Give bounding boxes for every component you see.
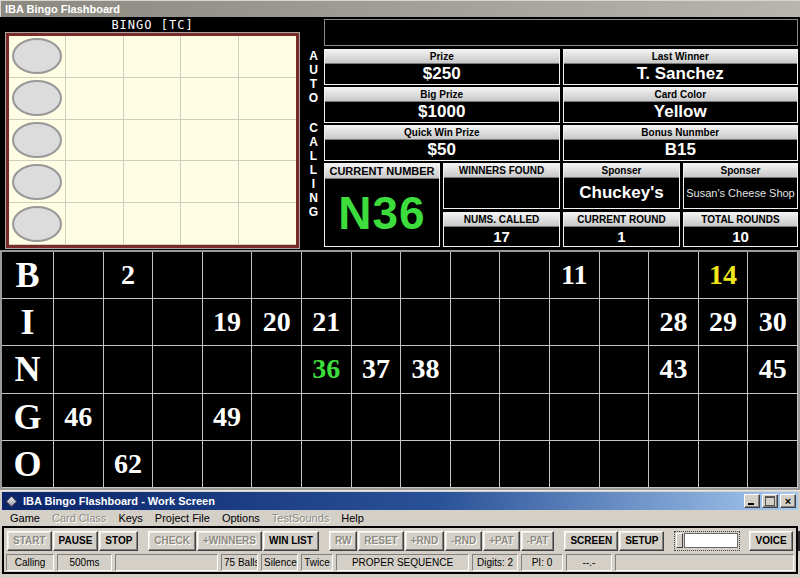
- start-button: START: [7, 531, 52, 551]
- menu-item-help[interactable]: Help: [335, 511, 370, 525]
- win-list-button[interactable]: WIN LIST: [263, 531, 319, 551]
- speed-slider-widget[interactable]: [674, 531, 740, 551]
- flashboard-cell: [252, 252, 302, 299]
- minimize-button[interactable]: [744, 494, 760, 508]
- winners-found-label: WINNERS FOUND: [444, 164, 559, 178]
- flashboard-cell: 62: [104, 441, 154, 488]
- flashboard-cell: [401, 252, 451, 299]
- flashboard-cell: [649, 441, 699, 488]
- menu-item-testsounds: TestSounds: [266, 511, 335, 525]
- stop-button[interactable]: STOP: [99, 531, 138, 551]
- flashboard-letter: B: [2, 252, 54, 299]
- flashboard-letter: I: [2, 299, 54, 346]
- menu-item-options[interactable]: Options: [216, 511, 266, 525]
- dauber-oval: [12, 38, 62, 74]
- card-cell: [9, 78, 66, 120]
- screen-button[interactable]: SCREEN: [564, 531, 618, 551]
- sponsor1-round-stack: Sponser Chuckey's CURRENT ROUND 1: [563, 163, 680, 247]
- flashboard-cell: [302, 252, 352, 299]
- flashboard-cell: [500, 441, 550, 488]
- flashboard-cell: [500, 394, 550, 441]
- message-display-bar: [324, 19, 798, 46]
- flashboard-cell: [104, 299, 154, 346]
- flashboard-cell: [401, 299, 451, 346]
- quick-win-prize-label: Quick Win Prize: [325, 126, 559, 140]
- info-row-1: Prize $250 Last Winner T. Sanchez: [324, 49, 798, 84]
- winners-found-box: WINNERS FOUND: [443, 163, 560, 209]
- flashboard-cell: [401, 394, 451, 441]
- big-prize-label: Big Prize: [325, 88, 559, 102]
- card-cell: [9, 161, 66, 203]
- flashboard-cell: [54, 346, 104, 393]
- quick-win-prize-box: Quick Win Prize $50: [324, 125, 560, 161]
- bonus-number-label: Bonus Nunmber: [564, 126, 798, 140]
- status-bar: Calling500ms75 BallsSilenceTwicePROPER S…: [4, 552, 796, 572]
- flashboard-grid: B21114I192021282930N3637384345G4649O62: [0, 250, 800, 490]
- card-cell: [124, 36, 181, 78]
- total-rounds-box: TOTAL ROUNDS 10: [683, 212, 798, 247]
- flashboard-cell: [500, 346, 550, 393]
- current-round-label: CURRENT ROUND: [564, 213, 679, 227]
- menu-item-project-file[interactable]: Project File: [149, 511, 216, 525]
- menu-item-keys[interactable]: Keys: [112, 511, 148, 525]
- menu-item-game[interactable]: Game: [4, 511, 46, 525]
- card-cell: [181, 120, 238, 162]
- auto-calling-letter: A: [309, 135, 318, 149]
- status-cell: Silence: [261, 554, 298, 571]
- top-section: BINGO [TC] AUTOCALLING Prize $250 Last W…: [0, 17, 800, 250]
- card-cell: [9, 36, 66, 78]
- status-cell: [115, 554, 218, 571]
- flashboard-cell: [352, 299, 402, 346]
- flashboard-cell: 19: [203, 299, 253, 346]
- auto-calling-letter: C: [309, 121, 318, 135]
- current-round-box: CURRENT ROUND 1: [563, 212, 680, 247]
- flashboard-cell: [302, 441, 352, 488]
- bingo-flashboard-screen: IBA Bingo Flashboard BINGO [TC] AUTOCALL…: [0, 0, 800, 578]
- check-button: CHECK: [148, 531, 196, 551]
- flashboard-cell: [600, 346, 650, 393]
- card-cell: [239, 36, 296, 78]
- card-cell: [239, 120, 296, 162]
- sponsor1-box: Sponser Chuckey's: [563, 163, 680, 209]
- last-winner-label: Last Winner: [564, 50, 798, 64]
- main-window-titlebar: IBA Bingo Flashboard: [0, 0, 800, 17]
- speed-input[interactable]: [684, 533, 738, 548]
- close-button[interactable]: ×: [780, 494, 796, 508]
- sponsor2-box: Sponser Susan's Cheese Shop: [683, 163, 798, 209]
- status-cell: Digits: 2: [472, 554, 518, 571]
- flashboard-cell: 30: [748, 299, 798, 346]
- menu-item-card-class: Card Class: [46, 511, 112, 525]
- flashboard-cell: [550, 299, 600, 346]
- flashboard-cell: [500, 299, 550, 346]
- flashboard-cell: 46: [54, 394, 104, 441]
- pause-button[interactable]: PAUSE: [53, 531, 99, 551]
- dauber-oval: [12, 164, 62, 200]
- flashboard-letter: G: [2, 394, 54, 441]
- last-winner-box: Last Winner T. Sanchez: [563, 49, 799, 85]
- speed-slider-handle[interactable]: [676, 533, 683, 548]
- sponsor1-value: Chuckey's: [564, 178, 679, 208]
- flashboard-cell: 2: [104, 252, 154, 299]
- card-cell: [66, 203, 123, 245]
- nums-called-value: 17: [444, 227, 559, 246]
- flashboard-cell: [748, 252, 798, 299]
- flashboard-cell: [54, 441, 104, 488]
- dauber-oval: [12, 206, 62, 242]
- flashboard-cell: 49: [203, 394, 253, 441]
- flashboard-cell: [203, 441, 253, 488]
- maximize-button[interactable]: [762, 494, 778, 508]
- sponsor2-label: Sponser: [684, 164, 797, 178]
- card-cell: [9, 120, 66, 162]
- dauber-oval: [12, 80, 62, 116]
- auto-calling-letter: G: [309, 205, 318, 219]
- flashboard-cell: 14: [699, 252, 749, 299]
- status-cell: 75 Balls: [221, 554, 258, 571]
- setup-button[interactable]: SETUP: [619, 531, 664, 551]
- flashboard-cell: 20: [252, 299, 302, 346]
- voice-button[interactable]: VOICE: [749, 531, 792, 551]
- auto-calling-letter: O: [309, 91, 318, 105]
- flashboard-cell: [699, 394, 749, 441]
- card-cell: [124, 120, 181, 162]
- winners-nums-stack: WINNERS FOUND NUMS. CALLED 17: [443, 163, 560, 247]
- card-cell: [239, 203, 296, 245]
